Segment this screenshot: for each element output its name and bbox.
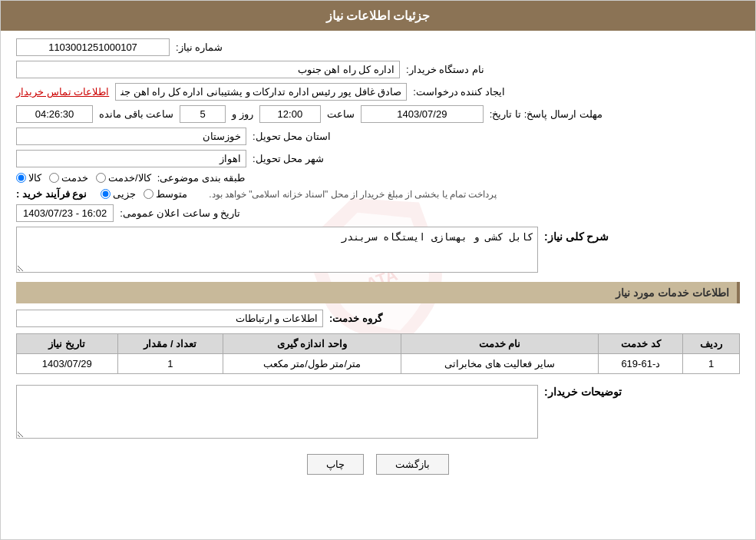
service-group-label: گروه خدمت: <box>329 313 382 324</box>
contact-link[interactable]: اطلاعات تماس خریدار <box>16 86 109 98</box>
announcement-value: 1403/07/23 - 16:02 <box>16 204 114 222</box>
radio-kala-khedmat-item[interactable]: کالا/خدمت <box>96 172 151 184</box>
col-unit: واحد اندازه گیری <box>223 334 401 354</box>
subject-radios: کالا/خدمت خدمت کالا <box>16 172 151 184</box>
table-cell: 1403/07/29 <box>17 354 118 374</box>
radio-kala-label: کالا <box>28 172 41 184</box>
creator-input[interactable] <box>115 83 407 101</box>
col-name: نام خدمت <box>401 334 599 354</box>
reply-remain-label: ساعت باقی مانده <box>99 108 173 120</box>
radio-jozvi-label: جزیی <box>113 188 136 200</box>
radio-motavaset[interactable] <box>144 189 154 199</box>
buyer-org-row: نام دستگاه خریدار: <box>16 61 740 78</box>
table-cell: متر/متر طول/متر مکعب <box>223 354 401 374</box>
buyer-org-label: نام دستگاه خریدار: <box>406 64 484 75</box>
col-date: تاریخ نیاز <box>17 334 118 354</box>
reply-days-input[interactable] <box>180 105 226 123</box>
province-input[interactable] <box>16 128 246 145</box>
buyer-notes-textarea[interactable] <box>16 385 538 439</box>
announcement-label: تاریخ و ساعت اعلان عمومی: <box>120 207 240 219</box>
reply-date-input[interactable] <box>361 105 484 123</box>
services-section-title: اطلاعات خدمات مورد نیاز <box>16 282 740 303</box>
reply-deadline-row: مهلت ارسال پاسخ: تا تاریخ: ساعت روز و سا… <box>16 105 740 123</box>
service-table-header-row: ردیف کد خدمت نام خدمت واحد اندازه گیری ت… <box>17 334 740 354</box>
reply-time-label: ساعت <box>327 108 355 120</box>
reply-remain-input[interactable] <box>16 105 93 123</box>
service-table-head: ردیف کد خدمت نام خدمت واحد اندازه گیری ت… <box>17 334 740 354</box>
button-row: بازگشت چاپ <box>16 454 740 475</box>
need-number-input[interactable] <box>16 38 170 56</box>
service-group-input[interactable] <box>16 310 323 327</box>
service-table: ردیف کد خدمت نام خدمت واحد اندازه گیری ت… <box>16 333 740 374</box>
table-cell: سایر فعالیت های مخابراتی <box>401 354 599 374</box>
radio-khedmat[interactable] <box>49 173 59 183</box>
city-label: شهر محل تحویل: <box>253 153 324 164</box>
table-row: 1د-61-619سایر فعالیت های مخابراتیمتر/متر… <box>17 354 740 374</box>
description-label: شرح کلی نیاز: <box>544 227 609 243</box>
col-row: ردیف <box>683 334 740 354</box>
radio-kala[interactable] <box>16 173 26 183</box>
page-title: جزئیات اطلاعات نیاز <box>326 9 431 22</box>
form-area: شماره نیاز: نام دستگاه خریدار: ایجاد کنن… <box>1 31 755 495</box>
col-count: تعداد / مقدار <box>117 334 223 354</box>
page-wrapper: ATA جزئیات اطلاعات نیاز شماره نیاز: نام … <box>0 0 756 540</box>
page-header: جزئیات اطلاعات نیاز <box>1 1 755 31</box>
radio-motavaset-item[interactable]: متوسط <box>144 188 187 200</box>
content-area: جزئیات اطلاعات نیاز شماره نیاز: نام دستگ… <box>1 1 755 495</box>
col-code: کد خدمت <box>599 334 683 354</box>
province-row: استان محل تحویل: <box>16 128 740 145</box>
buyer-notes-label: توضیحات خریدار: <box>544 382 622 398</box>
procure-label: نوع فرآیند خرید : <box>16 188 87 200</box>
table-cell: 1 <box>683 354 740 374</box>
creator-row: ایجاد کننده درخواست: اطلاعات تماس خریدار <box>16 83 740 101</box>
city-input[interactable] <box>16 150 246 167</box>
need-number-row: شماره نیاز: <box>16 38 740 56</box>
description-textarea[interactable] <box>16 227 538 273</box>
buyer-org-input[interactable] <box>16 61 400 78</box>
radio-jozvi-item[interactable]: جزیی <box>101 188 136 200</box>
reply-time-input[interactable] <box>259 105 321 123</box>
radio-jozvi[interactable] <box>101 189 111 199</box>
reply-deadline-label: مهلت ارسال پاسخ: تا تاریخ: <box>490 108 602 120</box>
buyer-notes-row: توضیحات خریدار: <box>16 382 740 439</box>
creator-label: ایجاد کننده درخواست: <box>413 86 505 98</box>
print-button[interactable]: چاپ <box>307 454 364 475</box>
description-row: شرح کلی نیاز: <box>16 227 740 273</box>
procure-radios: متوسط جزیی <box>101 188 187 200</box>
radio-kala-khedmat[interactable] <box>96 173 106 183</box>
radio-motavaset-label: متوسط <box>156 188 187 200</box>
radio-kala-item[interactable]: کالا <box>16 172 41 184</box>
service-table-body: 1د-61-619سایر فعالیت های مخابراتیمتر/متر… <box>17 354 740 374</box>
radio-kala-khedmat-label: کالا/خدمت <box>108 172 151 184</box>
table-cell: د-61-619 <box>599 354 683 374</box>
procure-note: پرداخت تمام یا بخشی از مبلغ خریدار از مح… <box>209 189 497 200</box>
radio-khedmat-label: خدمت <box>61 172 88 184</box>
city-row: شهر محل تحویل: <box>16 150 740 167</box>
back-button[interactable]: بازگشت <box>376 454 449 475</box>
radio-khedmat-item[interactable]: خدمت <box>49 172 88 184</box>
reply-days-label: روز و <box>232 108 253 120</box>
procure-row: پرداخت تمام یا بخشی از مبلغ خریدار از مح… <box>16 188 740 200</box>
service-group-row: گروه خدمت: <box>16 310 740 327</box>
need-number-label: شماره نیاز: <box>176 41 223 53</box>
subject-row: طبقه بندی موضوعی: کالا/خدمت خدمت کالا <box>16 172 740 184</box>
subject-label: طبقه بندی موضوعی: <box>157 172 246 184</box>
table-cell: 1 <box>117 354 223 374</box>
province-label: استان محل تحویل: <box>253 131 331 142</box>
announcement-row: تاریخ و ساعت اعلان عمومی: 1403/07/23 - 1… <box>16 204 740 222</box>
